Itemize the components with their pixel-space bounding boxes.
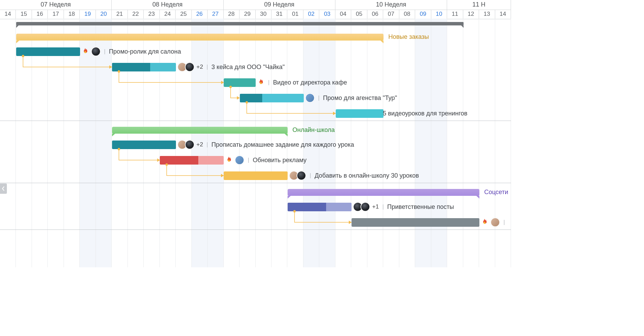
chevron-left-icon [2, 186, 5, 191]
day-header-cell[interactable]: 16 [32, 10, 48, 19]
task-meta: |Промо-ролик для салона [79, 46, 181, 57]
task-bar[interactable] [352, 218, 479, 227]
day-number: 30 [260, 10, 267, 18]
week-header-cell[interactable]: 08 Неделя [112, 0, 223, 10]
avatar-plus-count: +2 [197, 64, 203, 70]
dependency-arrow [245, 101, 344, 119]
day-header-cell[interactable]: 18 [64, 10, 80, 19]
group-divider [0, 229, 511, 230]
day-number: 04 [340, 10, 346, 18]
day-header-cell[interactable]: 14 [495, 10, 511, 19]
collapse-panel-button[interactable] [0, 183, 7, 194]
day-header-cell[interactable]: 13 [479, 10, 495, 19]
day-number: 28 [228, 10, 235, 18]
task-bar[interactable] [288, 203, 352, 211]
task-bar[interactable] [112, 63, 176, 71]
task-bar[interactable] [112, 141, 176, 149]
separator: | [382, 203, 384, 210]
day-header-cell[interactable]: 30 [256, 10, 271, 19]
svg-marker-7 [333, 112, 336, 115]
task-bar[interactable] [240, 94, 304, 102]
day-header-cell[interactable]: 31 [271, 10, 287, 19]
avatar-stack [490, 217, 500, 227]
week-header-cell[interactable]: 09 Неделя [224, 0, 335, 10]
task-bar[interactable] [160, 156, 224, 165]
day-number: 21 [116, 10, 123, 18]
day-number: 08 [404, 10, 410, 18]
day-header-cell[interactable]: 28 [224, 10, 240, 19]
week-label: 11 Н [473, 1, 486, 8]
day-header-cell[interactable]: 20 [96, 10, 112, 19]
task-bar[interactable] [336, 109, 384, 118]
avatar [91, 47, 101, 56]
task-meta: +1|Приветственные посты [351, 202, 454, 212]
dependency-arrow [293, 210, 360, 227]
day-number: 09 [420, 10, 426, 18]
week-header-cell[interactable]: 10 Неделя [335, 0, 447, 10]
task-title: Добавить в онлайн-школу 30 уроков [314, 172, 419, 179]
day-number: 01 [292, 10, 299, 18]
day-header-cell[interactable]: 15 [16, 10, 32, 19]
day-header-cell[interactable]: 02 [303, 10, 319, 19]
week-label: 09 Неделя [264, 1, 295, 8]
task-bar[interactable] [16, 47, 80, 56]
day-header-cell[interactable]: 03 [319, 10, 335, 19]
avatar [297, 171, 306, 180]
day-header-cell[interactable]: 26 [192, 10, 208, 19]
day-header-cell[interactable]: 08 [399, 10, 415, 19]
avatar-stack [305, 93, 315, 103]
avatar-plus-count: +1 [372, 203, 379, 210]
week-header-cell[interactable]: 11 Н [447, 0, 511, 10]
week-header-cell[interactable]: 07 Неделя [0, 0, 112, 10]
group-divider [0, 121, 511, 121]
separator: | [318, 94, 320, 101]
day-header-cell[interactable]: 22 [128, 10, 144, 19]
day-number: 25 [180, 10, 187, 18]
task-title: Обновить рекламу [253, 157, 307, 164]
day-header-cell[interactable]: 25 [176, 10, 191, 19]
separator: | [207, 141, 208, 148]
day-header-cell[interactable]: 05 [351, 10, 367, 19]
day-header-cell[interactable]: 01 [287, 10, 303, 19]
day-header-cell[interactable]: 06 [367, 10, 383, 19]
day-header-cell[interactable]: 04 [335, 10, 351, 19]
day-number: 06 [372, 10, 378, 18]
task-bar[interactable] [224, 78, 256, 87]
day-header-cell[interactable]: 09 [415, 10, 431, 19]
day-header-cell[interactable]: 10 [431, 10, 447, 19]
day-header-cell[interactable]: 29 [240, 10, 255, 19]
week-label: 08 Неделя [153, 1, 183, 8]
week-label: 10 Неделя [376, 1, 406, 8]
day-header-cell[interactable]: 24 [160, 10, 176, 19]
day-header-cell[interactable]: 27 [208, 10, 223, 19]
task-meta: |Промо для агенства "Тур" [303, 93, 397, 103]
avatar-stack [235, 155, 244, 165]
day-header-cell[interactable]: 11 [447, 10, 463, 19]
task-bar[interactable] [224, 171, 288, 180]
group-summary-bar[interactable] [16, 34, 384, 41]
svg-marker-11 [221, 174, 224, 177]
day-number: 11 [452, 10, 458, 18]
group-summary-bar[interactable] [112, 127, 288, 134]
flame-icon [480, 218, 488, 226]
day-header-cell[interactable]: 12 [463, 10, 479, 19]
separator: | [268, 79, 269, 86]
task-progress [160, 156, 198, 165]
task-meta: +2|Прописать домашнее задание для каждог… [175, 139, 354, 150]
day-header-cell[interactable]: 23 [144, 10, 159, 19]
day-header-cell[interactable]: 07 [383, 10, 399, 19]
task-title: Видео от директора кафе [273, 79, 347, 86]
day-header-cell[interactable]: 21 [112, 10, 127, 19]
overall-summary-bar[interactable] [16, 22, 464, 25]
flame-icon [256, 78, 265, 87]
day-header-cell[interactable]: 19 [80, 10, 96, 19]
group-summary-bar[interactable] [288, 189, 479, 196]
day-number: 12 [468, 10, 474, 18]
day-number: 10 [436, 10, 442, 18]
day-header-cell[interactable]: 14 [0, 10, 16, 19]
task-title: Прописать домашнее задание для каждого у… [211, 141, 354, 148]
task-meta: |Обновить рекламу [223, 155, 307, 165]
avatar [235, 155, 244, 165]
dependency-arrow [117, 70, 233, 88]
day-header-cell[interactable]: 17 [48, 10, 64, 19]
